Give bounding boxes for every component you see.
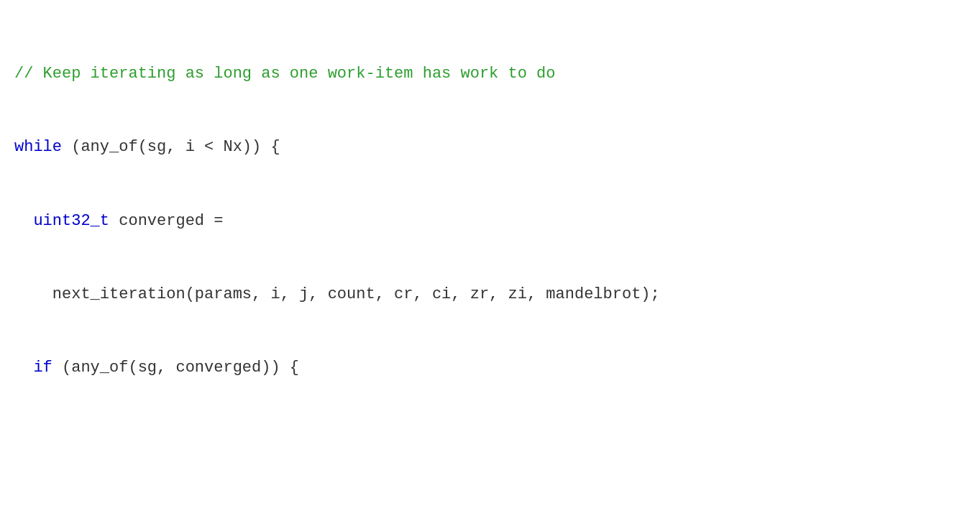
code-plain-2: (any_of(sg, i < Nx)) { — [62, 138, 280, 156]
keyword-while: while — [14, 138, 62, 156]
code-plain-3a — [14, 212, 33, 230]
line-6 — [14, 430, 966, 454]
code-plain-5b: (any_of(sg, converged)) { — [52, 359, 299, 377]
code-plain-4: next_iteration(params, i, j, count, cr, … — [14, 285, 660, 303]
comment-1: // Keep iterating as long as one work-it… — [14, 65, 556, 83]
code-plain-5a — [14, 359, 33, 377]
code-block: // Keep iterating as long as one work-it… — [14, 13, 966, 506]
code-plain-6 — [14, 433, 24, 451]
line-2: while (any_of(sg, i < Nx)) { — [14, 135, 966, 160]
line-3: uint32_t converged = — [14, 209, 966, 234]
code-plain-3b: converged = — [109, 212, 223, 230]
line-7: // Replace pixels that have converged us… — [14, 503, 966, 506]
line-1: // Keep iterating as long as one work-it… — [14, 62, 966, 86]
keyword-if-1: if — [33, 359, 52, 377]
keyword-uint32-1: uint32_t — [33, 212, 109, 230]
line-5: if (any_of(sg, converged)) { — [14, 356, 966, 380]
line-4: next_iteration(params, i, j, count, cr, … — [14, 282, 966, 307]
